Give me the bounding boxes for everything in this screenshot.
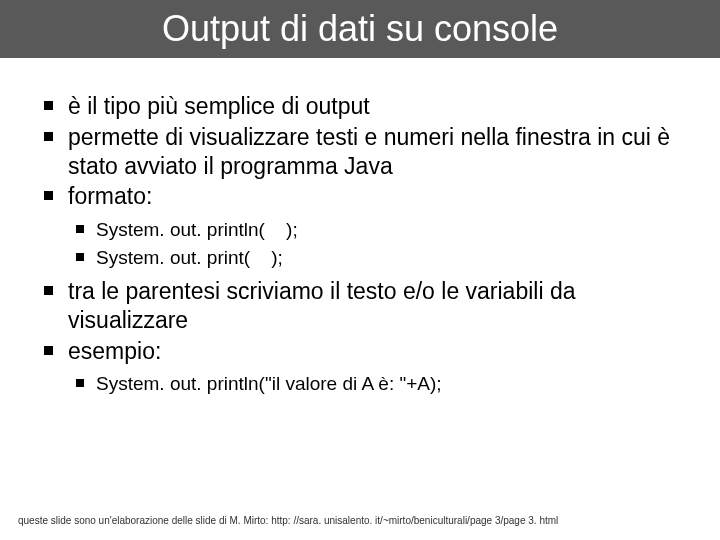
- title-bar: Output di dati su console: [0, 0, 720, 58]
- slide-footer: queste slide sono un'elaborazione delle …: [18, 515, 702, 526]
- bullet-item: tra le parentesi scriviamo il testo e/o …: [38, 277, 690, 335]
- sub-bullet-item: System. out. println("il valore di A è: …: [68, 371, 690, 398]
- sub-bullet-item: System. out. println( );: [68, 217, 690, 244]
- slide: Output di dati su console è il tipo più …: [0, 0, 720, 540]
- bullet-text: formato:: [68, 183, 152, 209]
- bullet-item: formato: System. out. println( ); System…: [38, 182, 690, 271]
- sub-bullet-item: System. out. print( );: [68, 245, 690, 272]
- slide-body: è il tipo più semplice di output permett…: [0, 58, 720, 398]
- bullet-text: esempio:: [68, 338, 161, 364]
- bullet-item: esempio: System. out. println("il valore…: [38, 337, 690, 398]
- bullet-item: permette di visualizzare testi e numeri …: [38, 123, 690, 181]
- bullet-item: è il tipo più semplice di output: [38, 92, 690, 121]
- slide-title: Output di dati su console: [162, 8, 558, 50]
